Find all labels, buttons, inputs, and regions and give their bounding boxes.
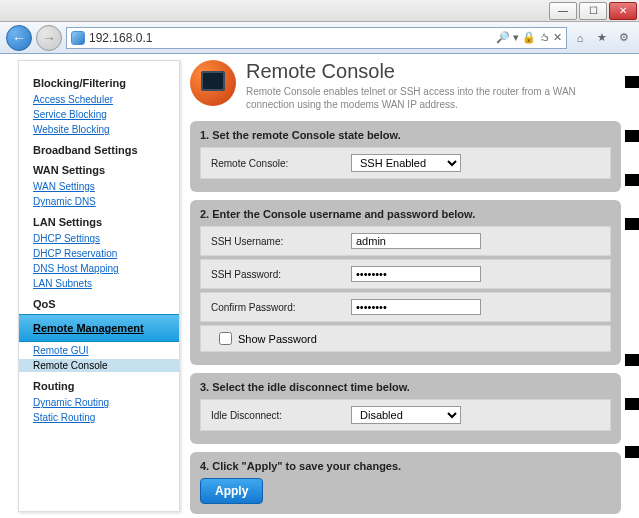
panel-step1: 1. Set the remote Console state below. R… — [190, 121, 621, 192]
step2-title: 2. Enter the Console username and passwo… — [200, 208, 611, 220]
row-remote-console: Remote Console: SSH Enabled — [200, 147, 611, 179]
edge-artifact — [625, 446, 639, 458]
minimize-button[interactable]: — — [549, 2, 577, 20]
console-icon — [190, 60, 236, 106]
row-show-password: Show Password — [200, 325, 611, 352]
remote-console-label: Remote Console: — [211, 158, 351, 169]
page-body: Blocking/Filtering Access Scheduler Serv… — [0, 54, 639, 518]
panel-step4: 4. Click "Apply" to save your changes. A… — [190, 452, 621, 514]
edge-artifact — [625, 398, 639, 410]
sidebar-link[interactable]: Dynamic Routing — [33, 396, 179, 409]
page-subtitle: Remote Console enables telnet or SSH acc… — [246, 85, 621, 111]
close-button[interactable]: ✕ — [609, 2, 637, 20]
row-ssh-password: SSH Password: — [200, 259, 611, 289]
step1-title: 1. Set the remote Console state below. — [200, 129, 611, 141]
edge-artifact — [625, 354, 639, 366]
sidebar-link[interactable]: WAN Settings — [33, 180, 179, 193]
sidebar-link[interactable]: DHCP Settings — [33, 232, 179, 245]
panel-step3: 3. Select the idle disconnect time below… — [190, 373, 621, 444]
show-password-label: Show Password — [238, 333, 317, 345]
main-content: Remote Console Remote Console enables te… — [180, 54, 639, 518]
gear-icon[interactable]: ⚙ — [615, 29, 633, 47]
url-text: 192.168.0.1 — [89, 31, 492, 45]
sidebar-link[interactable]: Access Scheduler — [33, 93, 179, 106]
sidebar-link[interactable]: Remote GUI — [33, 344, 179, 357]
show-password-checkbox[interactable] — [219, 332, 232, 345]
section-heading: Broadband Settings — [33, 144, 179, 156]
ssh-password-input[interactable] — [351, 266, 481, 282]
sidebar-active-heading[interactable]: Remote Management — [33, 321, 179, 335]
ssh-username-label: SSH Username: — [211, 236, 351, 247]
sidebar-link[interactable]: DNS Host Mapping — [33, 262, 179, 275]
sidebar-link[interactable]: DHCP Reservation — [33, 247, 179, 260]
row-confirm-password: Confirm Password: — [200, 292, 611, 322]
step3-title: 3. Select the idle disconnect time below… — [200, 381, 611, 393]
sidebar-active-section: Remote Management — [19, 314, 179, 342]
row-ssh-username: SSH Username: — [200, 226, 611, 256]
back-button[interactable]: ← — [6, 25, 32, 51]
browser-tools: ⌂ ★ ⚙ — [571, 29, 633, 47]
address-bar[interactable]: 192.168.0.1 🔎 ▾ 🔒 🖒 ✕ — [66, 27, 567, 49]
maximize-button[interactable]: ☐ — [579, 2, 607, 20]
step4-title: 4. Click "Apply" to save your changes. — [200, 460, 611, 472]
ssh-password-label: SSH Password: — [211, 269, 351, 280]
row-idle-disconnect: Idle Disconnect: Disabled — [200, 399, 611, 431]
section-heading: Routing — [33, 380, 179, 392]
confirm-password-input[interactable] — [351, 299, 481, 315]
sidebar-link[interactable]: Dynamic DNS — [33, 195, 179, 208]
favorites-icon[interactable]: ★ — [593, 29, 611, 47]
window-titlebar: — ☐ ✕ — [0, 0, 639, 22]
idle-disconnect-label: Idle Disconnect: — [211, 410, 351, 421]
panel-step2: 2. Enter the Console username and passwo… — [190, 200, 621, 365]
sidebar-link[interactable]: Service Blocking — [33, 108, 179, 121]
apply-button[interactable]: Apply — [200, 478, 263, 504]
edge-artifact — [625, 76, 639, 88]
page-header: Remote Console Remote Console enables te… — [190, 60, 621, 111]
sidebar: Blocking/Filtering Access Scheduler Serv… — [18, 60, 180, 512]
edge-artifact — [625, 130, 639, 142]
sidebar-link[interactable]: Static Routing — [33, 411, 179, 424]
ssh-username-input[interactable] — [351, 233, 481, 249]
forward-button[interactable]: → — [36, 25, 62, 51]
sidebar-link[interactable]: Website Blocking — [33, 123, 179, 136]
sidebar-link[interactable]: LAN Subnets — [33, 277, 179, 290]
url-controls: 🔎 ▾ 🔒 🖒 ✕ — [496, 31, 562, 44]
ie-icon — [71, 31, 85, 45]
sidebar-link-current[interactable]: Remote Console — [19, 359, 179, 372]
remote-console-select[interactable]: SSH Enabled — [351, 154, 461, 172]
section-heading: QoS — [33, 298, 179, 310]
section-heading: WAN Settings — [33, 164, 179, 176]
edge-artifact — [625, 218, 639, 230]
idle-disconnect-select[interactable]: Disabled — [351, 406, 461, 424]
browser-toolbar: ← → 192.168.0.1 🔎 ▾ 🔒 🖒 ✕ ⌂ ★ ⚙ — [0, 22, 639, 54]
section-heading: Blocking/Filtering — [33, 77, 179, 89]
home-icon[interactable]: ⌂ — [571, 29, 589, 47]
section-heading: LAN Settings — [33, 216, 179, 228]
confirm-password-label: Confirm Password: — [211, 302, 351, 313]
edge-artifact — [625, 174, 639, 186]
page-title: Remote Console — [246, 60, 621, 83]
